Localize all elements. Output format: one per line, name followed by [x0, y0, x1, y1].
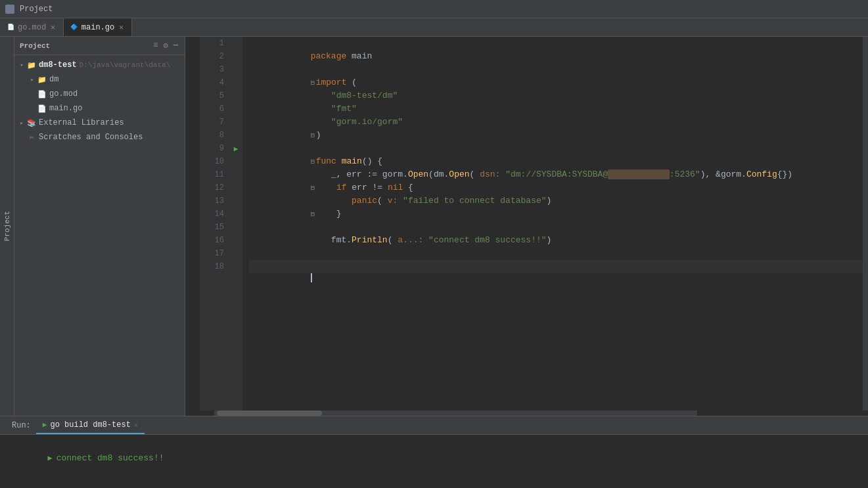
code-line-12: panic( v: "failed to connect database") [249, 181, 863, 194]
line-num-9: 9 [200, 142, 229, 155]
tab-main-go[interactable]: 🔷 main.go ✕ [64, 18, 132, 36]
code-line-15: fmt.Println( a...: "connect dm8 success!… [249, 221, 863, 234]
project-vertical-tab[interactable]: Project [0, 37, 14, 416]
code-line-14 [249, 208, 863, 221]
gutter-7 [229, 116, 242, 129]
code-line-5: "fmt" [249, 89, 863, 102]
sidebar-header: Project ≡ ⚙ — [14, 37, 185, 55]
close-sidebar-icon[interactable]: — [172, 41, 179, 51]
sidebar: Project ≡ ⚙ — ▾ 📁 dm8-test D:\java\vagra… [14, 37, 185, 416]
line-numbers: 1 2 3 4 5 6 7 8 9 10 11 12 13 14 15 16 1 [200, 37, 229, 410]
tree-item-dm[interactable]: ▸ 📁 dm [14, 72, 185, 87]
run-tab-label: go build dm8-test [50, 420, 130, 430]
sidebar-tree: ▾ 📁 dm8-test D:\java\vagrant\data\ ▸ 📁 d… [14, 55, 185, 416]
editor-content: 1 2 3 4 5 6 7 8 9 10 11 12 13 14 15 16 1 [200, 37, 868, 410]
code-line-11: ⊟ if err != nil { [249, 168, 863, 181]
gutter-9[interactable]: ▶ [229, 142, 242, 155]
tab-main-go-close[interactable]: ✕ [118, 22, 125, 32]
run-arrow-icon: ▶ [47, 454, 52, 463]
line-num-8: 8 [200, 129, 229, 142]
tab-go-mod-close[interactable]: ✕ [49, 22, 57, 32]
settings-icon[interactable]: ⚙ [162, 41, 170, 51]
tree-label-go-mod: go.mod [49, 89, 78, 99]
code-line-1: package main [249, 37, 863, 50]
project-tab-label: Project [3, 211, 11, 241]
line-num-11: 11 [200, 168, 229, 181]
tree-label-main-go: main.go [49, 104, 82, 113]
folder-icon-dm: 📁 [37, 75, 47, 84]
line-num-6: 6 [200, 102, 229, 116]
line-num-18: 18 [200, 260, 229, 273]
libs-icon: 📚 [26, 118, 37, 127]
line-num-14: 14 [200, 208, 229, 221]
console-line-2 [7, 478, 861, 488]
tab-bar: 📄 go.mod ✕ 🔷 main.go ✕ [0, 18, 868, 37]
tree-arrow-dm: ▸ [28, 76, 37, 83]
bottom-tab-bar: Run: ▶ go build dm8-test ✕ [0, 416, 868, 435]
run-icon[interactable]: ▶ [234, 144, 239, 153]
scratches-icon: ✂ [26, 133, 37, 142]
gutter-2 [229, 50, 242, 63]
gutter-10 [229, 155, 242, 168]
line-num-5: 5 [200, 89, 229, 102]
gutter-5 [229, 89, 242, 102]
go-file-icon: 🔷 [70, 24, 78, 32]
code-line-17: ⊟}💡 [249, 247, 863, 260]
tree-arrow-external-libs: ▸ [17, 120, 26, 127]
tree-path-dm8-test: D:\java\vagrant\data\ [80, 61, 171, 69]
code-line-16 [249, 234, 863, 247]
scroll-thumb[interactable] [217, 410, 322, 416]
file-icon-go-mod: 📄 [37, 89, 47, 99]
tree-item-dm8-test[interactable]: ▾ 📁 dm8-test D:\java\vagrant\data\ [14, 58, 185, 72]
gutter-14 [229, 208, 242, 221]
tree-item-external-libs[interactable]: ▸ 📚 External Libraries [14, 116, 185, 130]
line-num-3: 3 [200, 63, 229, 76]
file-icon-main-go: 📄 [37, 104, 47, 113]
gutter-1 [229, 37, 242, 50]
horizontal-scrollbar[interactable] [214, 410, 697, 416]
line-num-12: 12 [200, 181, 229, 194]
run-tab-icon: ▶ [43, 420, 47, 429]
gutter-18 [229, 260, 242, 273]
line-num-4: 4 [200, 76, 229, 89]
tree-item-main-go[interactable]: ▸ 📄 main.go [14, 101, 185, 116]
line-num-13: 13 [200, 194, 229, 208]
code-line-6: "gorm.io/gorm" [249, 102, 863, 116]
editor-area: 1 2 3 4 5 6 7 8 9 10 11 12 13 14 15 16 1 [200, 37, 868, 416]
gutter-3 [229, 63, 242, 76]
gutter-16 [229, 234, 242, 247]
tree-item-go-mod[interactable]: ▸ 📄 go.mod [14, 87, 185, 101]
tree-arrow-dm8-test: ▾ [17, 62, 26, 69]
gutter-icons: ▶ [229, 37, 242, 410]
bottom-output: ▶connect dm8 success!! 🔧Process finished… [0, 435, 868, 488]
code-line-3: ⊟import ( [249, 63, 863, 76]
app-icon [5, 5, 14, 14]
gutter-11 [229, 168, 242, 181]
scroll-gutter-right[interactable] [863, 37, 868, 410]
line-num-15: 15 [200, 221, 229, 234]
console-text-1: connect dm8 success!! [57, 453, 164, 463]
run-label: Run: [5, 416, 36, 434]
run-tab-close[interactable]: ✕ [134, 421, 138, 429]
code-line-10: _, err := gorm.Open(dm.Open( dsn: "dm://… [249, 155, 863, 168]
line-num-17: 17 [200, 247, 229, 260]
title-bar: Project [0, 0, 868, 18]
bottom-tab-run[interactable]: ▶ go build dm8-test ✕ [36, 416, 145, 434]
code-line-9: ⊟func main() { [249, 142, 863, 155]
tree-label-external-libs: External Libraries [39, 118, 124, 127]
tree-item-scratches[interactable]: ▸ ✂ Scratches and Consoles [14, 130, 185, 144]
gutter-13 [229, 194, 242, 208]
code-line-8 [249, 129, 863, 142]
tab-main-go-label: main.go [81, 23, 114, 32]
tab-go-mod-label: go.mod [18, 23, 46, 32]
collapse-all-icon[interactable]: ≡ [152, 41, 159, 51]
line-num-7: 7 [200, 116, 229, 129]
code-line-7: ⊟) [249, 116, 863, 129]
code-line-4: "dm8-test/dm" [249, 76, 863, 89]
code-editor[interactable]: package main ⊟import ( "dm8-test/dm" [242, 37, 863, 410]
gutter-15 [229, 221, 242, 234]
folder-icon-dm8-test: 📁 [26, 60, 37, 70]
tab-go-mod[interactable]: 📄 go.mod ✕ [0, 18, 64, 36]
code-line-18[interactable] [249, 260, 863, 273]
tree-label-dm8-test: dm8-test [39, 60, 77, 70]
